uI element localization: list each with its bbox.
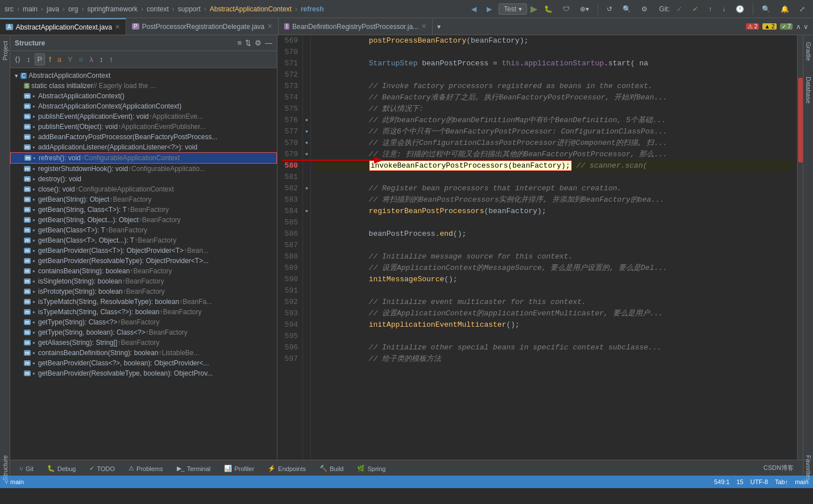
bc-method[interactable]: refresh bbox=[301, 5, 324, 13]
git-checkmark-button[interactable]: ✔ bbox=[689, 3, 702, 15]
editor-content[interactable]: 569 570 571 572 573 574 575 576 577 578 … bbox=[277, 35, 803, 460]
tree-item-14[interactable]: m ▪ getBean(Class<T>, Object...): T ↑Bea… bbox=[10, 235, 277, 245]
tree-item-2[interactable]: m ▪ AbstractApplicationContext(Applicati… bbox=[10, 101, 277, 111]
tree-item-0[interactable]: S static class initializer // Eagerly lo… bbox=[10, 81, 277, 91]
sort-alpha-button[interactable]: ⟨⟩ bbox=[13, 54, 23, 65]
tree-root-class[interactable]: ▾ C AbstractApplicationContext bbox=[10, 70, 277, 81]
filter-method-button[interactable]: f bbox=[47, 54, 53, 65]
notification-button[interactable]: 🔔 bbox=[777, 3, 793, 15]
code-content[interactable]: postProcessBeanFactory(beanFactory); Sta… bbox=[311, 35, 797, 460]
method-badge-16: m bbox=[24, 258, 31, 264]
filter-button[interactable]: P bbox=[35, 53, 45, 65]
expand-all-button[interactable]: ↕ bbox=[97, 54, 106, 65]
editor-nav-up[interactable]: ∧ bbox=[796, 23, 801, 31]
tab-abstract-application-context[interactable]: A AbstractApplicationContext.java ✕ bbox=[0, 18, 126, 35]
tree-item-13[interactable]: m ▪ getBean(Class<T>): T ↑BeanFactory bbox=[10, 225, 277, 235]
spring-tab[interactable]: 🌿 Spring bbox=[352, 460, 390, 476]
tree-item-7[interactable]: m ▪ registerShutdownHook(): void ↑Config… bbox=[10, 164, 277, 174]
filter-field-button[interactable]: a bbox=[55, 54, 64, 65]
debug-button[interactable]: 🐛 bbox=[541, 3, 556, 15]
favorites-tab[interactable]: Favorites bbox=[803, 460, 813, 476]
code-text-576: // 此时beanFactory的beanDefinitionMap中有6个Be… bbox=[316, 115, 666, 126]
todo-tab[interactable]: ✓ TODO bbox=[85, 460, 119, 476]
debug-tab[interactable]: 🐛 Debug bbox=[43, 460, 80, 476]
build-tab[interactable]: 🔨 Build bbox=[315, 460, 348, 476]
tree-item-6[interactable]: m ▪ addApplicationListener(ApplicationLi… bbox=[10, 142, 277, 152]
terminal-tab[interactable]: ▶_ Terminal bbox=[172, 460, 215, 476]
bc-java[interactable]: java bbox=[47, 5, 59, 13]
tree-item-12[interactable]: m ▪ getBean(String, Object...): Object ↑… bbox=[10, 215, 277, 225]
tree-item-refresh[interactable]: m ▪ refresh(): void ↑ConfigurableApplica… bbox=[10, 152, 277, 164]
git-tab[interactable]: ⑂ Git bbox=[15, 460, 38, 476]
tree-item-26[interactable]: m ▪ getBeanProvider(Class<?>, boolean): … bbox=[10, 358, 277, 368]
bc-support[interactable]: support bbox=[178, 5, 201, 13]
tab-post-processor[interactable]: P PostProcessorRegistrationDelegate.java… bbox=[126, 18, 279, 35]
back-button[interactable]: ◀ bbox=[468, 3, 480, 15]
bc-context[interactable]: context bbox=[147, 5, 169, 13]
tree-item-16[interactable]: m ▪ getBeanProvider(ResolvableType): Obj… bbox=[10, 256, 277, 266]
coverage-button[interactable]: 🛡 bbox=[559, 3, 573, 15]
endpoints-tab[interactable]: ⚡ Endpoints bbox=[263, 460, 310, 476]
run-button[interactable]: ▶ bbox=[530, 3, 537, 14]
tree-item-4[interactable]: m ▪ publishEvent(Object): void ↑Applicat… bbox=[10, 122, 277, 132]
filter-circle-button[interactable]: ○ bbox=[77, 54, 86, 65]
sort-icon[interactable]: ≡ bbox=[237, 39, 242, 47]
project-tab[interactable]: Project bbox=[1, 39, 10, 63]
tree-item-15[interactable]: m ▪ getBeanProvider(Class<T>): ObjectPro… bbox=[10, 245, 277, 256]
bc-main[interactable]: main bbox=[23, 5, 38, 13]
tree-item-17[interactable]: m ▪ containsBean(String): boolean ↑BeanF… bbox=[10, 266, 277, 276]
close-panel-icon[interactable]: — bbox=[265, 39, 272, 47]
bc-src[interactable]: src bbox=[5, 5, 14, 13]
find-button[interactable]: 🔍 bbox=[758, 3, 774, 15]
tree-item-1[interactable]: m ▪ AbstractApplicationContext() bbox=[10, 91, 277, 101]
tree-item-22[interactable]: m ▪ getType(String): Class<?> ↑BeanFacto… bbox=[10, 317, 277, 327]
sort-num-button[interactable]: ↕ bbox=[24, 54, 33, 65]
tree-item-27[interactable]: m ▪ getBeanProvider(ResolvableType, bool… bbox=[10, 368, 277, 378]
problems-tab[interactable]: ⚠ Problems bbox=[124, 460, 167, 476]
tree-item-24[interactable]: m ▪ getAliases(String): String[] ↑BeanFa… bbox=[10, 338, 277, 348]
git-check-button[interactable]: ✓ bbox=[673, 3, 686, 15]
git-push-button[interactable]: ↑ bbox=[705, 3, 715, 15]
settings-button[interactable]: ⚙ bbox=[638, 3, 651, 15]
tree-item-3[interactable]: m ▪ publishEvent(ApplicationEvent): void… bbox=[10, 111, 277, 122]
tree-item-23[interactable]: m ▪ getType(String, boolean): Class<?> ↑… bbox=[10, 327, 277, 338]
tree-item-21[interactable]: m ▪ isTypeMatch(String, Class<?>): boole… bbox=[10, 307, 277, 317]
filter-lambda-button[interactable]: λ bbox=[88, 54, 96, 65]
filter-y-button[interactable]: Y bbox=[65, 54, 75, 65]
tree-item-9[interactable]: m ▪ close(): void ↑ConfigurableApplicati… bbox=[10, 184, 277, 194]
sort-alt-icon[interactable]: ⇅ bbox=[245, 39, 251, 47]
profiler-tab[interactable]: 📊 Profiler bbox=[219, 460, 259, 476]
tab-overflow-button[interactable]: ▾ bbox=[433, 18, 445, 35]
forward-button[interactable]: ▶ bbox=[483, 3, 495, 15]
structure-side-tab[interactable]: Structure bbox=[0, 460, 10, 476]
tab-close-bd[interactable]: ✕ bbox=[421, 23, 426, 30]
tree-item-10[interactable]: m ▪ getBean(String): Object ↑BeanFactory bbox=[10, 194, 277, 205]
tab-close-pp[interactable]: ✕ bbox=[267, 23, 272, 30]
editor-scrollbar[interactable] bbox=[797, 35, 803, 460]
tree-item-8[interactable]: m ▪ destroy(): void bbox=[10, 174, 277, 184]
tree-item-11[interactable]: m ▪ getBean(String, Class<T>): T ↑BeanFa… bbox=[10, 205, 277, 215]
tab-close-aac[interactable]: ✕ bbox=[115, 23, 120, 31]
bc-org[interactable]: org bbox=[68, 5, 78, 13]
bc-springframework[interactable]: springframework bbox=[87, 5, 138, 13]
tree-item-19[interactable]: m ▪ isPrototype(String): boolean ↑BeanFa… bbox=[10, 286, 277, 297]
tree-item-18[interactable]: m ▪ isSingleton(String): boolean ↑BeanFa… bbox=[10, 276, 277, 286]
code-text-592: // Initialize event multicaster for this… bbox=[316, 297, 586, 308]
database-tab[interactable]: Database bbox=[804, 74, 813, 106]
test-dropdown-button[interactable]: Test ▾ bbox=[499, 3, 527, 15]
settings-icon[interactable]: ⚙ bbox=[255, 39, 262, 47]
collapse-all-button[interactable]: ↑ bbox=[107, 54, 116, 65]
tab-bean-definition[interactable]: I BeanDefinitionRegistryPostProcessor.ja… bbox=[279, 18, 433, 35]
git-history-button[interactable]: 🕐 bbox=[732, 3, 748, 15]
editor-nav-down[interactable]: ∨ bbox=[803, 23, 808, 31]
bc-class[interactable]: AbstractApplicationContext bbox=[210, 5, 292, 13]
search-button[interactable]: 🔍 bbox=[619, 3, 634, 15]
expand-button[interactable]: ⤢ bbox=[796, 3, 808, 15]
more-run-button[interactable]: ⊕▾ bbox=[576, 3, 592, 15]
tree-item-20[interactable]: m ▪ isTypeMatch(String, ResolvableType):… bbox=[10, 297, 277, 307]
git-pull-button[interactable]: ↓ bbox=[719, 3, 729, 15]
undo-button[interactable]: ↺ bbox=[603, 3, 616, 15]
gradle-tab[interactable]: Gradle bbox=[804, 40, 813, 63]
tree-item-5[interactable]: m ▪ addBeanFactoryPostProcessor(BeanFact… bbox=[10, 132, 277, 142]
tree-item-25[interactable]: m ▪ containsBeanDefinition(String): bool… bbox=[10, 348, 277, 358]
